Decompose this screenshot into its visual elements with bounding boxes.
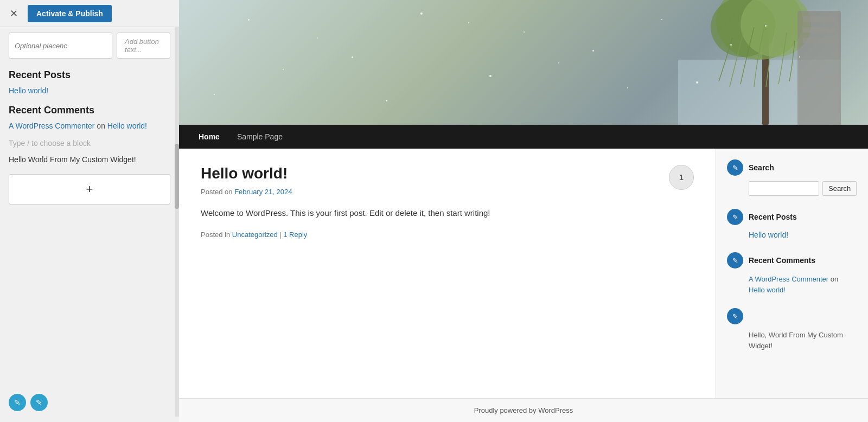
nav-bar: Home Sample Page [179, 125, 868, 149]
custom-widget-section: ✎ Hello, World From My Custom Widget! [727, 308, 857, 351]
activate-publish-button[interactable]: Activate & Publish [28, 5, 112, 22]
nav-home[interactable]: Home [190, 126, 228, 148]
hero-image-inner [179, 0, 868, 125]
post-reply-link[interactable]: 1 Reply [283, 231, 307, 239]
comment-line: A WordPress Commenter on Hello world! [9, 122, 170, 130]
main-content: 1 Hello world! Posted on February 21, 20… [179, 149, 868, 398]
sidebar-commenter-post[interactable]: Hello world! [749, 286, 786, 294]
search-widget-title: Search [749, 163, 774, 172]
comment-bubble: 1 [669, 165, 694, 190]
sidebar-commenter-on: on [831, 275, 838, 283]
pencil-icon-1: ✎ [14, 398, 21, 407]
sidebar-commenter-link[interactable]: A WordPress Commenter [749, 275, 828, 283]
pencil-icon-search: ✎ [732, 164, 738, 172]
svg-rect-6 [803, 16, 835, 22]
sidebar-recent-post-link[interactable]: Hello world! [749, 231, 857, 239]
search-widget-icon: ✎ [727, 159, 743, 176]
recent-post-link[interactable]: Hello world! [9, 86, 170, 95]
footer-text: Proudly powered by WordPress [474, 406, 573, 414]
sidebar-comment-text: A WordPress Commenter on Hello world! [749, 274, 857, 295]
post-date-link[interactable]: February 21, 2024 [234, 188, 292, 196]
search-widget-editor: Add button text... [9, 33, 170, 59]
recent-posts-widget: ✎ Recent Posts Hello world! [727, 209, 857, 239]
site-footer: Proudly powered by WordPress [179, 398, 868, 422]
panel-content: Add button text... Recent Posts Hello wo… [0, 27, 179, 422]
recent-comments-widget: ✎ Recent Comments A WordPress Commenter … [727, 252, 857, 295]
custom-widget-header: ✎ [727, 308, 857, 324]
pencil-icon-posts: ✎ [732, 213, 738, 221]
post-footer-prefix: Posted in [201, 231, 230, 239]
recent-comments-title: Recent Comments [9, 105, 170, 116]
bottom-icons: ✎ ✎ [0, 388, 56, 417]
svg-rect-7 [803, 27, 835, 33]
commenter-link[interactable]: A WordPress Commenter [9, 122, 94, 130]
recent-posts-title: Recent Posts [9, 69, 170, 81]
search-widget-section: ✎ Search Search [727, 159, 857, 196]
add-block-button[interactable]: + [9, 174, 170, 204]
post-body: Welcome to WordPress. This is your first… [201, 207, 694, 220]
recent-posts-widget-header: ✎ Recent Posts [727, 209, 857, 225]
hero-tree-svg [678, 0, 841, 125]
recent-posts-widget-title: Recent Posts [749, 213, 797, 221]
scrollbar-thumb[interactable] [175, 144, 179, 209]
comment-count: 1 [679, 173, 684, 182]
nav-sample-page[interactable]: Sample Page [228, 126, 291, 148]
top-bar: ✕ Activate & Publish [0, 0, 179, 27]
search-input[interactable] [749, 181, 819, 196]
post-title: Hello world! [201, 165, 694, 182]
pencil-icon-2: ✎ [36, 398, 42, 407]
recent-comments-widget-header: ✎ Recent Comments [727, 252, 857, 268]
button-text-placeholder: Add button text... [117, 33, 170, 59]
post-area: 1 Hello world! Posted on February 21, 20… [179, 149, 716, 398]
hero-image [179, 0, 868, 125]
custom-widget-icon: ✎ [727, 308, 743, 324]
search-box: Search [749, 181, 857, 196]
bottom-icon-2[interactable]: ✎ [30, 394, 48, 411]
search-widget-header: ✎ Search [727, 159, 857, 176]
right-preview: Home Sample Page 1 Hello world! Posted o… [179, 0, 868, 422]
pencil-icon-comments: ✎ [732, 257, 738, 265]
search-placeholder-input[interactable] [9, 33, 112, 59]
recent-comments-icon: ✎ [727, 252, 743, 268]
post-meta: Posted on February 21, 2024 [201, 188, 694, 196]
custom-widget-text: Hello World From My Custom Widget! [9, 154, 170, 165]
left-panel: ✕ Activate & Publish Add button text... … [0, 0, 179, 422]
pencil-icon-custom: ✎ [732, 312, 738, 321]
post-footer: Posted in Uncategorized | 1 Reply [201, 231, 694, 239]
custom-widget-preview: Hello, World From My Custom Widget! [749, 330, 857, 351]
type-block-placeholder: Type / to choose a block [9, 139, 170, 148]
close-button[interactable]: ✕ [5, 5, 22, 22]
commenter-on: on [97, 122, 107, 130]
post-category-link[interactable]: Uncategorized [232, 231, 278, 239]
scrollbar-track [175, 27, 179, 417]
recent-posts-icon: ✎ [727, 209, 743, 225]
commenter-post-link[interactable]: Hello world! [107, 122, 147, 130]
svg-rect-8 [803, 38, 835, 43]
recent-comments-widget-title: Recent Comments [749, 256, 815, 265]
sidebar-right: ✎ Search Search ✎ Recent Posts Hello wo [716, 149, 868, 398]
search-button[interactable]: Search [822, 181, 857, 196]
bottom-icon-1[interactable]: ✎ [9, 394, 26, 411]
post-meta-prefix: Posted on [201, 188, 233, 196]
